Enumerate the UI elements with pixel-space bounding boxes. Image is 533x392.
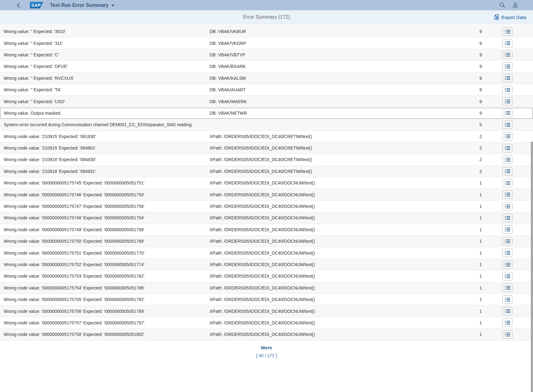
back-button[interactable] [14,2,22,9]
error-row[interactable]: Wrong node value: '0000000005175757' Exp… [0,317,533,329]
details-button[interactable] [502,62,512,71]
error-row[interactable]: Wrong node value: '0000000005175756' Exp… [0,305,533,317]
details-button[interactable] [502,295,512,304]
details-button[interactable] [502,121,512,129]
error-list: Wrong value: '' Expected: '3010' DB: VBA… [0,26,533,341]
error-reference: XPath: /ORDERS05/IDOC/EDI_DC40/DOCNUM/te… [210,285,457,290]
error-row[interactable]: Wrong node value: '0000000005175758' Exp… [0,329,533,340]
export-data-button[interactable]: Export Data [494,14,526,20]
error-message: Wrong node value: '210915' Expected: '08… [4,134,210,139]
user-button[interactable] [511,1,519,9]
list-icon [505,41,510,45]
details-button[interactable] [502,318,512,327]
details-button[interactable] [502,167,512,175]
error-row[interactable]: Wrong value: '' Expected: 'USD' DB: VBAK… [0,96,533,107]
list-icon [505,169,510,173]
details-button[interactable] [502,225,512,234]
error-message: Wrong node value: '210915' Expected: '08… [4,146,210,151]
error-message: System error occurred during Communicati… [4,122,210,127]
error-message: Wrong node value: '0000000005175749' Exp… [4,227,210,232]
details-button[interactable] [502,190,512,199]
error-reference: DB: VBAK/VKBUR [210,29,457,34]
error-message: Wrong node value: '0000000005175754' Exp… [4,285,210,290]
error-row[interactable]: Wrong node value: '0000000005175749' Exp… [0,224,533,236]
error-reference: DB: VBAK/AUART [210,87,457,92]
error-count: 1 [457,297,482,302]
error-row[interactable]: Wrong value: '' Expected: 'TA' DB: VBAK/… [0,84,533,96]
details-button[interactable] [502,39,512,47]
list-icon [505,111,510,115]
error-row-actions [482,249,533,257]
error-row[interactable]: Wrong value: '' Expected: 'DFUE' DB: VBA… [0,61,533,72]
details-button[interactable] [502,27,512,36]
scrollbar-thumb[interactable] [531,142,533,392]
details-button[interactable] [502,330,512,339]
app-title-menu[interactable]: Test Run Error Summary [50,2,114,8]
error-row-actions [482,237,533,246]
error-row[interactable]: Wrong node value: '0000000005175755' Exp… [0,294,533,305]
details-button[interactable] [502,237,512,246]
details-button[interactable] [502,249,512,257]
details-button[interactable] [502,179,512,187]
error-message: Wrong node value: '0000000005175747' Exp… [4,204,210,209]
search-button[interactable] [498,1,506,9]
list-icon [505,216,510,220]
error-row-actions [482,39,533,47]
scrollbar[interactable] [531,24,533,392]
error-row[interactable]: Wrong node value: '0000000005175747' Exp… [0,201,533,212]
list-icon [505,274,510,278]
list-icon [505,99,510,103]
error-reference: XPath: /ORDERS05/IDOC/EDI_DC40/DOCNUM/te… [210,251,457,256]
list-icon [505,88,510,92]
error-row[interactable]: Wrong value: '' Expected: 'C' DB: VBAK/V… [0,49,533,61]
details-button[interactable] [502,109,512,117]
error-reference: XPath: /ORDERS05/IDOC/EDI_DC40/CRETIM/te… [210,146,457,151]
error-row-actions [482,214,533,222]
list-icon [505,298,510,302]
error-row[interactable]: Wrong node value: '0000000005175750' Exp… [0,236,533,247]
error-row[interactable]: Wrong node value: '0000000005175754' Exp… [0,282,533,294]
error-row[interactable]: Wrong node value: '0000000005175753' Exp… [0,270,533,282]
error-row[interactable]: Wrong value: '' Expected: 'RVCXUS' DB: V… [0,73,533,84]
export-spreadsheet-icon [494,14,500,20]
error-row[interactable]: Wrong node value: '0000000005175746' Exp… [0,189,533,200]
error-count: 1 [457,309,482,314]
error-row[interactable]: Wrong value: '' Expected: '3010' DB: VBA… [0,26,533,37]
error-row[interactable]: Wrong value. Output masked. DB: VBAK/NET… [0,108,533,119]
details-button[interactable] [502,284,512,292]
details-button[interactable] [502,144,512,152]
details-button[interactable] [502,261,512,269]
error-row[interactable]: Wrong node value: '0000000005175751' Exp… [0,247,533,259]
details-button[interactable] [502,155,512,164]
details-button[interactable] [502,202,512,211]
details-button[interactable] [502,272,512,280]
error-message: Wrong node value: '0000000005175751' Exp… [4,251,210,256]
details-button[interactable] [502,97,512,106]
error-message: Wrong value: '' Expected: 'USD' [4,99,210,104]
details-button[interactable] [502,214,512,222]
list-icon [505,158,510,162]
error-row[interactable]: Wrong node value: '210918' Expected: '08… [0,154,533,165]
details-button[interactable] [502,307,512,315]
error-row[interactable]: Wrong value: '' Expected: '311' DB: VBAK… [0,37,533,49]
error-reference: XPath: /ORDERS05/IDOC/EDI_DC40/DOCNUM/te… [210,180,457,185]
error-row[interactable]: Wrong node value: '0000000005175752' Exp… [0,259,533,270]
error-row-actions [482,155,533,164]
details-button[interactable] [502,132,512,141]
error-row[interactable]: Wrong node value: '0000000005175748' Exp… [0,212,533,224]
details-button[interactable] [502,74,512,82]
error-count: 1 [457,192,482,197]
error-row[interactable]: Wrong node value: '210918' Expected: '08… [0,166,533,177]
more-button[interactable]: More [256,344,277,351]
details-button[interactable] [502,86,512,94]
details-button[interactable] [502,50,512,59]
list-icon [505,227,510,232]
error-row[interactable]: Wrong node value: '0000000005175745' Exp… [0,177,533,189]
error-row-actions [482,284,533,292]
error-row[interactable]: System error occurred during Communicati… [0,119,533,131]
error-message: Wrong node value: '0000000005175752' Exp… [4,262,210,267]
error-count: 1 [457,227,482,232]
error-row[interactable]: Wrong node value: '210915' Expected: '08… [0,142,533,154]
list-icon [505,181,510,185]
error-row[interactable]: Wrong node value: '210915' Expected: '08… [0,131,533,142]
